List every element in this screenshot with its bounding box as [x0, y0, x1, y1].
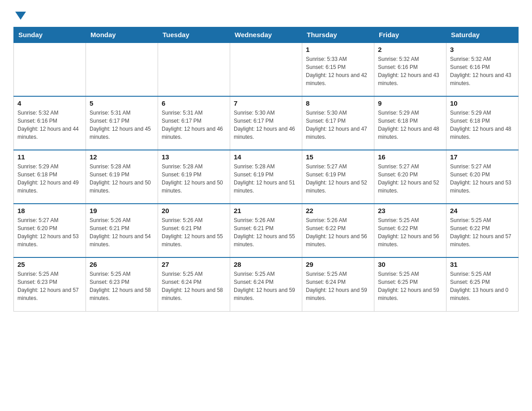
calendar-body: 1Sunrise: 5:33 AMSunset: 6:15 PMDaylight… [14, 43, 519, 311]
day-info: Sunrise: 5:29 AMSunset: 6:18 PMDaylight:… [450, 109, 515, 141]
page-header [13, 9, 519, 18]
day-of-week-header: Tuesday [158, 27, 230, 43]
day-info: Sunrise: 5:30 AMSunset: 6:17 PMDaylight:… [306, 109, 370, 141]
calendar-cell: 12Sunrise: 5:28 AMSunset: 6:19 PMDayligh… [86, 150, 158, 204]
days-of-week-row: SundayMondayTuesdayWednesdayThursdayFrid… [14, 27, 519, 43]
calendar-week-row: 25Sunrise: 5:25 AMSunset: 6:23 PMDayligh… [14, 257, 519, 311]
day-number: 16 [378, 153, 442, 161]
calendar-cell: 25Sunrise: 5:25 AMSunset: 6:23 PMDayligh… [14, 257, 86, 311]
calendar-cell [86, 43, 158, 96]
day-number: 21 [234, 207, 298, 214]
day-of-week-header: Friday [374, 27, 446, 43]
calendar-cell: 27Sunrise: 5:25 AMSunset: 6:24 PMDayligh… [158, 257, 230, 311]
day-info: Sunrise: 5:29 AMSunset: 6:18 PMDaylight:… [17, 163, 82, 195]
calendar-cell: 1Sunrise: 5:33 AMSunset: 6:15 PMDaylight… [302, 43, 374, 96]
day-info: Sunrise: 5:27 AMSunset: 6:20 PMDaylight:… [378, 163, 442, 195]
day-info: Sunrise: 5:25 AMSunset: 6:25 PMDaylight:… [450, 270, 515, 302]
calendar-table: SundayMondayTuesdayWednesdayThursdayFrid… [13, 27, 519, 312]
day-info: Sunrise: 5:25 AMSunset: 6:25 PMDaylight:… [378, 270, 442, 302]
day-number: 8 [306, 99, 370, 107]
calendar-week-row: 11Sunrise: 5:29 AMSunset: 6:18 PMDayligh… [14, 150, 519, 204]
day-number: 30 [378, 261, 442, 268]
day-info: Sunrise: 5:25 AMSunset: 6:24 PMDaylight:… [234, 270, 298, 302]
calendar-cell: 26Sunrise: 5:25 AMSunset: 6:23 PMDayligh… [86, 257, 158, 311]
day-number: 23 [378, 207, 442, 214]
day-info: Sunrise: 5:25 AMSunset: 6:24 PMDaylight:… [306, 270, 370, 302]
day-number: 7 [234, 99, 298, 107]
day-info: Sunrise: 5:31 AMSunset: 6:17 PMDaylight:… [90, 109, 154, 141]
day-number: 1 [306, 46, 370, 53]
day-number: 22 [306, 207, 370, 214]
day-number: 4 [17, 99, 82, 107]
day-number: 9 [378, 99, 442, 107]
calendar-cell: 23Sunrise: 5:25 AMSunset: 6:22 PMDayligh… [374, 204, 446, 257]
day-number: 20 [162, 207, 226, 214]
day-of-week-header: Sunday [14, 27, 86, 43]
calendar-cell: 31Sunrise: 5:25 AMSunset: 6:25 PMDayligh… [446, 257, 519, 311]
day-info: Sunrise: 5:31 AMSunset: 6:17 PMDaylight:… [162, 109, 226, 141]
calendar-cell: 10Sunrise: 5:29 AMSunset: 6:18 PMDayligh… [446, 96, 519, 150]
calendar-cell: 13Sunrise: 5:28 AMSunset: 6:19 PMDayligh… [158, 150, 230, 204]
day-number: 29 [306, 261, 370, 268]
day-number: 11 [17, 153, 82, 161]
calendar-week-row: 4Sunrise: 5:32 AMSunset: 6:16 PMDaylight… [14, 96, 519, 150]
calendar-cell: 29Sunrise: 5:25 AMSunset: 6:24 PMDayligh… [302, 257, 374, 311]
day-info: Sunrise: 5:30 AMSunset: 6:17 PMDaylight:… [234, 109, 298, 141]
calendar-cell: 11Sunrise: 5:29 AMSunset: 6:18 PMDayligh… [14, 150, 86, 204]
day-number: 26 [90, 261, 154, 268]
calendar-cell: 4Sunrise: 5:32 AMSunset: 6:16 PMDaylight… [14, 96, 86, 150]
day-number: 24 [450, 207, 515, 214]
calendar-cell: 15Sunrise: 5:27 AMSunset: 6:19 PMDayligh… [302, 150, 374, 204]
day-number: 12 [90, 153, 154, 161]
day-info: Sunrise: 5:27 AMSunset: 6:20 PMDaylight:… [450, 163, 515, 195]
day-info: Sunrise: 5:27 AMSunset: 6:19 PMDaylight:… [306, 163, 370, 195]
day-info: Sunrise: 5:25 AMSunset: 6:23 PMDaylight:… [17, 270, 82, 302]
calendar-week-row: 18Sunrise: 5:27 AMSunset: 6:20 PMDayligh… [14, 204, 519, 257]
calendar-cell: 19Sunrise: 5:26 AMSunset: 6:21 PMDayligh… [86, 204, 158, 257]
day-info: Sunrise: 5:33 AMSunset: 6:15 PMDaylight:… [306, 55, 370, 87]
day-info: Sunrise: 5:26 AMSunset: 6:21 PMDaylight:… [90, 216, 154, 248]
day-of-week-header: Saturday [446, 27, 519, 43]
day-info: Sunrise: 5:26 AMSunset: 6:21 PMDaylight:… [234, 216, 298, 248]
calendar-cell [14, 43, 86, 96]
day-info: Sunrise: 5:32 AMSunset: 6:16 PMDaylight:… [17, 109, 82, 141]
calendar-cell: 7Sunrise: 5:30 AMSunset: 6:17 PMDaylight… [230, 96, 302, 150]
calendar-header: SundayMondayTuesdayWednesdayThursdayFrid… [14, 27, 519, 43]
calendar-cell: 6Sunrise: 5:31 AMSunset: 6:17 PMDaylight… [158, 96, 230, 150]
day-number: 14 [234, 153, 298, 161]
day-number: 25 [17, 261, 82, 268]
calendar-cell: 2Sunrise: 5:32 AMSunset: 6:16 PMDaylight… [374, 43, 446, 96]
day-number: 17 [450, 153, 515, 161]
day-info: Sunrise: 5:25 AMSunset: 6:22 PMDaylight:… [378, 216, 442, 248]
calendar-cell: 16Sunrise: 5:27 AMSunset: 6:20 PMDayligh… [374, 150, 446, 204]
calendar-cell: 30Sunrise: 5:25 AMSunset: 6:25 PMDayligh… [374, 257, 446, 311]
calendar-cell: 21Sunrise: 5:26 AMSunset: 6:21 PMDayligh… [230, 204, 302, 257]
day-number: 6 [162, 99, 226, 107]
logo [13, 9, 26, 18]
day-info: Sunrise: 5:28 AMSunset: 6:19 PMDaylight:… [162, 163, 226, 195]
calendar-cell: 20Sunrise: 5:26 AMSunset: 6:21 PMDayligh… [158, 204, 230, 257]
calendar-cell: 3Sunrise: 5:32 AMSunset: 6:16 PMDaylight… [446, 43, 519, 96]
day-number: 15 [306, 153, 370, 161]
day-info: Sunrise: 5:28 AMSunset: 6:19 PMDaylight:… [234, 163, 298, 195]
day-info: Sunrise: 5:25 AMSunset: 6:22 PMDaylight:… [450, 216, 515, 248]
calendar-cell: 8Sunrise: 5:30 AMSunset: 6:17 PMDaylight… [302, 96, 374, 150]
day-info: Sunrise: 5:32 AMSunset: 6:16 PMDaylight:… [450, 55, 515, 87]
calendar-cell: 24Sunrise: 5:25 AMSunset: 6:22 PMDayligh… [446, 204, 519, 257]
calendar-cell: 5Sunrise: 5:31 AMSunset: 6:17 PMDaylight… [86, 96, 158, 150]
day-info: Sunrise: 5:26 AMSunset: 6:21 PMDaylight:… [162, 216, 226, 248]
day-number: 5 [90, 99, 154, 107]
day-number: 27 [162, 261, 226, 268]
day-info: Sunrise: 5:29 AMSunset: 6:18 PMDaylight:… [378, 109, 442, 141]
day-info: Sunrise: 5:28 AMSunset: 6:19 PMDaylight:… [90, 163, 154, 195]
calendar-cell: 28Sunrise: 5:25 AMSunset: 6:24 PMDayligh… [230, 257, 302, 311]
day-info: Sunrise: 5:27 AMSunset: 6:20 PMDaylight:… [17, 216, 82, 248]
calendar-cell: 17Sunrise: 5:27 AMSunset: 6:20 PMDayligh… [446, 150, 519, 204]
day-number: 10 [450, 99, 515, 107]
day-of-week-header: Wednesday [230, 27, 302, 43]
calendar-cell: 18Sunrise: 5:27 AMSunset: 6:20 PMDayligh… [14, 204, 86, 257]
day-number: 13 [162, 153, 226, 161]
calendar-week-row: 1Sunrise: 5:33 AMSunset: 6:15 PMDaylight… [14, 43, 519, 96]
day-info: Sunrise: 5:25 AMSunset: 6:24 PMDaylight:… [162, 270, 226, 302]
calendar-cell: 22Sunrise: 5:26 AMSunset: 6:22 PMDayligh… [302, 204, 374, 257]
